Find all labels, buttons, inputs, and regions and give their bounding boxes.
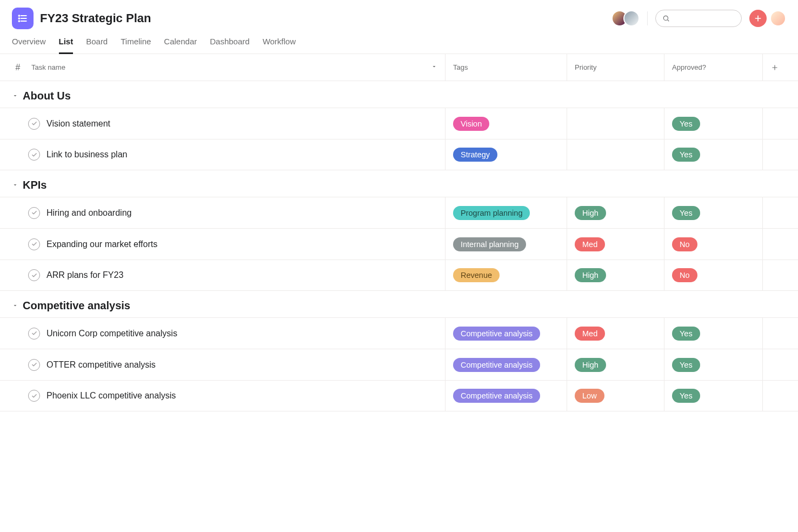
approved-pill[interactable]: Yes xyxy=(672,148,700,162)
priority-cell[interactable] xyxy=(567,139,664,170)
section-header[interactable]: KPIs xyxy=(0,170,798,197)
complete-checkbox[interactable] xyxy=(28,328,40,340)
approved-pill[interactable]: No xyxy=(672,268,697,282)
extra-cell xyxy=(762,260,786,290)
task-name[interactable]: Link to business plan xyxy=(46,150,127,159)
tab-workflow[interactable]: Workflow xyxy=(263,37,296,54)
priority-pill[interactable]: High xyxy=(575,358,606,372)
complete-checkbox[interactable] xyxy=(28,390,40,402)
complete-checkbox[interactable] xyxy=(28,269,40,281)
tag-pill[interactable]: Competitive analysis xyxy=(453,358,540,372)
tag-pill[interactable]: Competitive analysis xyxy=(453,389,540,403)
tag-pill[interactable]: Vision xyxy=(453,117,489,131)
task-name[interactable]: Phoenix LLC competitive analysis xyxy=(46,391,176,401)
section-header[interactable]: About Us xyxy=(0,81,798,108)
tags-cell[interactable]: Competitive analysis xyxy=(445,381,567,411)
tags-cell[interactable]: Program planning xyxy=(445,197,567,228)
add-column-button[interactable] xyxy=(762,54,786,81)
tags-cell[interactable]: Strategy xyxy=(445,139,567,170)
complete-checkbox[interactable] xyxy=(28,359,40,371)
caret-down-icon[interactable] xyxy=(12,92,18,101)
tag-pill[interactable]: Strategy xyxy=(453,148,497,162)
tab-timeline[interactable]: Timeline xyxy=(121,37,151,54)
tab-list[interactable]: List xyxy=(59,37,74,54)
task-row[interactable]: Hiring and onboardingProgram planningHig… xyxy=(0,197,798,228)
task-row[interactable]: Expanding our market effortsInternal pla… xyxy=(0,228,798,260)
priority-pill[interactable]: High xyxy=(575,268,606,282)
task-name[interactable]: Vision statement xyxy=(46,119,110,129)
approved-pill[interactable]: No xyxy=(672,237,697,251)
priority-pill[interactable]: Med xyxy=(575,237,605,251)
task-row[interactable]: Vision statementVisionYes xyxy=(0,108,798,139)
column-task[interactable]: Task name xyxy=(24,63,445,71)
tag-pill[interactable]: Competitive analysis xyxy=(453,327,540,341)
approved-pill[interactable]: Yes xyxy=(672,358,700,372)
approved-cell[interactable]: Yes xyxy=(664,108,762,139)
list-icon xyxy=(17,13,28,24)
chevron-down-icon[interactable] xyxy=(431,63,437,71)
task-name[interactable]: OTTER competitive analysis xyxy=(46,360,156,370)
tag-pill[interactable]: Revenue xyxy=(453,268,500,282)
plus-icon xyxy=(771,64,779,71)
tab-board[interactable]: Board xyxy=(86,37,108,54)
priority-cell[interactable]: Med xyxy=(567,318,664,349)
complete-checkbox[interactable] xyxy=(28,118,40,130)
approved-cell[interactable]: Yes xyxy=(664,349,762,380)
column-priority[interactable]: Priority xyxy=(567,54,664,81)
section-header[interactable]: Competitive analysis xyxy=(0,291,798,317)
approved-cell[interactable]: Yes xyxy=(664,381,762,411)
user-avatar[interactable] xyxy=(770,10,786,26)
priority-cell[interactable] xyxy=(567,108,664,139)
task-name[interactable]: Unicorn Corp competitive analysis xyxy=(46,329,177,338)
tab-overview[interactable]: Overview xyxy=(12,37,46,54)
complete-checkbox[interactable] xyxy=(28,207,40,219)
priority-pill[interactable]: Low xyxy=(575,389,604,403)
approved-pill[interactable]: Yes xyxy=(672,206,700,220)
tab-dashboard[interactable]: Dashboard xyxy=(210,37,249,54)
task-row[interactable]: ARR plans for FY23RevenueHighNo xyxy=(0,260,798,291)
project-title[interactable]: FY23 Strategic Plan xyxy=(40,11,151,25)
tags-cell[interactable]: Internal planning xyxy=(445,229,567,260)
approved-pill[interactable]: Yes xyxy=(672,389,700,403)
task-row[interactable]: OTTER competitive analysisCompetitive an… xyxy=(0,349,798,380)
task-name[interactable]: ARR plans for FY23 xyxy=(46,270,123,280)
add-button[interactable] xyxy=(749,10,767,27)
approved-cell[interactable]: Yes xyxy=(664,139,762,170)
approved-pill[interactable]: Yes xyxy=(672,327,700,341)
avatar[interactable] xyxy=(623,10,640,26)
tags-cell[interactable]: Revenue xyxy=(445,260,567,290)
project-icon[interactable] xyxy=(12,8,34,29)
approved-cell[interactable]: Yes xyxy=(664,197,762,228)
tags-cell[interactable]: Competitive analysis xyxy=(445,349,567,380)
member-avatars[interactable] xyxy=(611,10,640,26)
complete-checkbox[interactable] xyxy=(28,238,40,250)
approved-cell[interactable]: No xyxy=(664,229,762,260)
tag-pill[interactable]: Program planning xyxy=(453,206,530,220)
task-name[interactable]: Expanding our market efforts xyxy=(46,240,157,249)
approved-pill[interactable]: Yes xyxy=(672,117,700,131)
extra-cell xyxy=(762,381,786,411)
priority-pill[interactable]: High xyxy=(575,206,606,220)
task-name[interactable]: Hiring and onboarding xyxy=(46,208,131,218)
approved-cell[interactable]: Yes xyxy=(664,318,762,349)
tags-cell[interactable]: Competitive analysis xyxy=(445,318,567,349)
column-tags[interactable]: Tags xyxy=(445,54,567,81)
priority-pill[interactable]: Med xyxy=(575,327,605,341)
approved-cell[interactable]: No xyxy=(664,260,762,290)
priority-cell[interactable]: Low xyxy=(567,381,664,411)
task-row[interactable]: Unicorn Corp competitive analysisCompeti… xyxy=(0,317,798,349)
search-input[interactable] xyxy=(655,10,742,27)
tab-calendar[interactable]: Calendar xyxy=(164,37,197,54)
tags-cell[interactable]: Vision xyxy=(445,108,567,139)
priority-cell[interactable]: High xyxy=(567,197,664,228)
task-row[interactable]: Phoenix LLC competitive analysisCompetit… xyxy=(0,380,798,411)
tag-pill[interactable]: Internal planning xyxy=(453,237,526,251)
column-approved[interactable]: Approved? xyxy=(664,54,762,81)
priority-cell[interactable]: High xyxy=(567,260,664,290)
priority-cell[interactable]: High xyxy=(567,349,664,380)
task-row[interactable]: Link to business planStrategyYes xyxy=(0,139,798,170)
caret-down-icon[interactable] xyxy=(12,181,18,190)
priority-cell[interactable]: Med xyxy=(567,229,664,260)
complete-checkbox[interactable] xyxy=(28,149,40,161)
caret-down-icon[interactable] xyxy=(12,302,18,310)
